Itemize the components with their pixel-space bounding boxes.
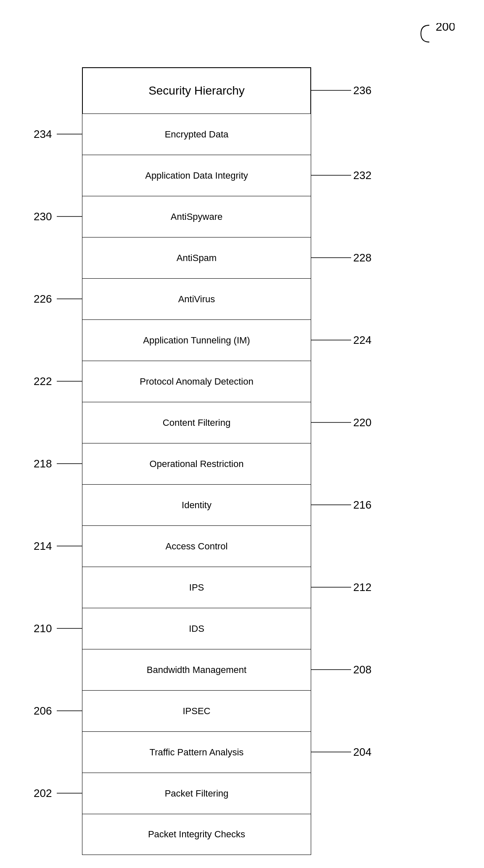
svg-text:212: 212 [353, 581, 371, 594]
row-label-9: Identity [177, 500, 216, 511]
title-label: Security Hierarchy [144, 84, 249, 98]
row-label-3: AntiSpam [172, 253, 221, 264]
row-label-16: Packet Filtering [161, 788, 233, 799]
stack-row-13: Bandwidth Management [82, 649, 311, 690]
row-label-5: Application Tunneling (IM) [139, 335, 254, 346]
svg-text:236: 236 [353, 84, 371, 97]
svg-text:204: 204 [353, 746, 371, 758]
stack-row-6: Protocol Anomaly Detection [82, 361, 311, 402]
svg-text:234: 234 [34, 128, 52, 140]
stack-row-10: Access Control [82, 525, 311, 567]
svg-text:206: 206 [34, 704, 52, 717]
stack-row-8: Operational Restriction [82, 443, 311, 484]
row-label-17: Packet Integrity Checks [144, 829, 249, 840]
svg-text:228: 228 [353, 251, 371, 264]
stack-row-12: IDS [82, 608, 311, 649]
stack-row-9: Identity [82, 484, 311, 525]
svg-text:230: 230 [34, 210, 52, 223]
stack-row-16: Packet Filtering [82, 773, 311, 814]
svg-text:226: 226 [34, 293, 52, 305]
row-label-2: AntiSpyware [167, 211, 227, 222]
stack-row-11: IPS [82, 567, 311, 608]
row-label-8: Operational Restriction [145, 459, 248, 470]
stack-row-3: AntiSpam [82, 237, 311, 278]
row-label-1: Application Data Integrity [141, 170, 252, 181]
row-label-14: IPSEC [178, 706, 214, 717]
stack-row-7: Content Filtering [82, 402, 311, 443]
row-label-12: IDS [185, 623, 209, 634]
svg-text:208: 208 [353, 663, 371, 676]
title-row: Security Hierarchy [82, 67, 311, 113]
row-label-0: Encrypted Data [161, 129, 233, 140]
svg-text:202: 202 [34, 787, 52, 799]
stack-row-15: Traffic Pattern Analysis [82, 731, 311, 773]
stack-row-5: Application Tunneling (IM) [82, 319, 311, 361]
stack-row-1: Application Data Integrity [82, 155, 311, 196]
row-label-7: Content Filtering [159, 417, 235, 428]
svg-text:216: 216 [353, 499, 371, 511]
row-label-4: AntiVirus [174, 294, 220, 305]
stack-row-2: AntiSpyware [82, 196, 311, 237]
stack-area: Security HierarchyEncrypted DataApplicat… [82, 67, 311, 855]
row-label-11: IPS [185, 582, 208, 593]
bracket-200-svg: 200 [404, 23, 455, 46]
svg-text:210: 210 [34, 622, 52, 635]
svg-text:214: 214 [34, 540, 52, 552]
stack-row-4: AntiVirus [82, 278, 311, 319]
row-label-13: Bandwidth Management [143, 665, 251, 675]
svg-text:218: 218 [34, 457, 52, 470]
row-label-10: Access Control [161, 541, 232, 552]
svg-text:232: 232 [353, 169, 371, 182]
row-label-15: Traffic Pattern Analysis [145, 747, 248, 758]
diagram-container: 200 Security HierarchyEncrypted DataAppl… [0, 0, 484, 868]
svg-text:222: 222 [34, 375, 52, 388]
svg-text:220: 220 [353, 416, 371, 429]
row-label-6: Protocol Anomaly Detection [135, 376, 257, 387]
stack-row-0: Encrypted Data [82, 113, 311, 155]
stack-row-14: IPSEC [82, 690, 311, 731]
svg-text:224: 224 [353, 334, 371, 346]
ref-200-label: 200 [436, 23, 455, 33]
stack-row-17: Packet Integrity Checks [82, 814, 311, 855]
